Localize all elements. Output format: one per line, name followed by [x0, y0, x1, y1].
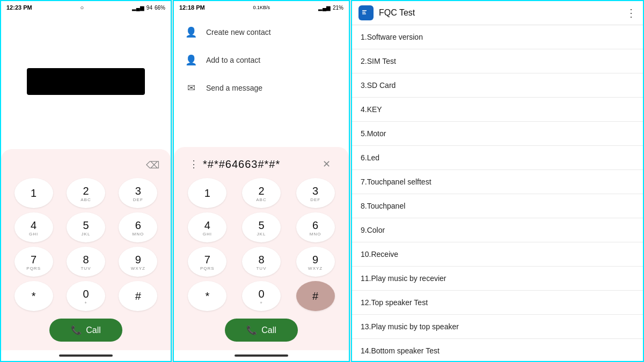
- fqc-list: 1.Software version2.SIM Test3.SD Card4.K…: [352, 25, 643, 361]
- key-btn-2[interactable]: 2ABC: [242, 178, 281, 208]
- dialer-top-1: [1, 14, 171, 149]
- create-contact-label: Create new contact: [206, 28, 271, 36]
- key-sub-9: WXYZ: [308, 266, 323, 271]
- key-btn-9[interactable]: 9WXYZ: [119, 247, 157, 277]
- fqc-item-10[interactable]: 10.Receive: [352, 242, 643, 267]
- key-btn-6[interactable]: 6MNO: [119, 212, 157, 242]
- fqc-item-7[interactable]: 7.Touchpanel selftest: [352, 170, 643, 194]
- dialer-bottom-1: ⌫ 12ABC3DEF4GHI5JKL6MNO7PQRS8TUV9WXYZ*0+…: [1, 149, 171, 350]
- delete-button-1[interactable]: ⌫: [145, 158, 160, 173]
- key-btn-1[interactable]: 1: [188, 178, 226, 208]
- keypad-1: 12ABC3DEF4GHI5JKL6MNO7PQRS8TUV9WXYZ*0+#: [10, 176, 162, 313]
- key-sub-6: MNO: [310, 232, 321, 237]
- home-indicator-2: [235, 354, 288, 357]
- key-main-6: 6: [135, 219, 141, 232]
- fqc-item-2[interactable]: 2.SIM Test: [352, 49, 643, 73]
- call-button-1[interactable]: 📞 Call: [49, 319, 122, 342]
- add-contact-label: Add to a contact: [206, 56, 260, 64]
- fqc-item-1[interactable]: 1.Software version: [352, 25, 643, 49]
- key-btn-4[interactable]: 4GHI: [188, 212, 226, 242]
- phone-panel-2: 12:18 PM 0.1KB/s ▂▄▆ 21% 👤 Create new co…: [173, 0, 350, 362]
- key-btn-8[interactable]: 8TUV: [242, 247, 281, 277]
- key-main-7: 7: [31, 253, 36, 266]
- key-main-8: 8: [258, 253, 264, 266]
- key-sub-7: PQRS: [200, 266, 215, 271]
- key-main-3: 3: [135, 184, 141, 197]
- dialer-code-display: *#*#64663#*#*: [203, 158, 314, 171]
- fqc-panel: FQC Test ⋮ 1.Software version2.SIM Test3…: [351, 0, 644, 362]
- fqc-more-icon[interactable]: ⋮: [626, 6, 636, 19]
- delete-button-2[interactable]: ✕: [319, 157, 334, 172]
- key-btn-3[interactable]: 3DEF: [119, 178, 157, 208]
- key-btn-0[interactable]: 0+: [67, 281, 105, 311]
- key-btn-9[interactable]: 9WXYZ: [296, 247, 335, 277]
- time-1: 12:23 PM: [6, 4, 32, 11]
- svg-rect-2: [362, 12, 365, 13]
- fqc-title: FQC Test: [379, 8, 620, 18]
- key-btn-6[interactable]: 6MNO: [296, 212, 335, 242]
- call-label-1: Call: [86, 326, 101, 335]
- key-sub-4: GHI: [29, 232, 38, 237]
- home-indicator-1: [59, 354, 113, 357]
- call-button-2[interactable]: 📞 Call: [225, 319, 298, 342]
- key-btn-4[interactable]: 4GHI: [14, 212, 53, 242]
- time-2: 12:18 PM: [179, 4, 205, 11]
- add-contact-item[interactable]: 👤 Add to a contact: [174, 46, 349, 74]
- send-message-icon: ✉: [185, 82, 197, 94]
- fqc-item-9[interactable]: 9.Color: [352, 218, 643, 242]
- fqc-item-12[interactable]: 12.Top speaker Test: [352, 291, 643, 315]
- key-btn-7[interactable]: 7PQRS: [14, 247, 53, 277]
- fqc-item-6[interactable]: 6.Led: [352, 146, 643, 170]
- signal-bars-2: ▂▄▆: [318, 5, 331, 11]
- key-btn-0[interactable]: 0+: [242, 281, 281, 311]
- key-main-2: 2: [83, 184, 89, 197]
- key-btn-#[interactable]: #: [119, 281, 157, 311]
- key-sub-6: MNO: [132, 232, 144, 237]
- key-sub-0: +: [260, 300, 263, 305]
- key-btn-3[interactable]: 3DEF: [296, 178, 335, 208]
- key-sub-7: PQRS: [26, 266, 41, 271]
- key-main-7: 7: [204, 253, 210, 266]
- key-sub-9: WXYZ: [131, 266, 145, 271]
- fqc-item-11[interactable]: 11.Play music by recevier: [352, 267, 643, 291]
- fqc-item-5[interactable]: 5.Motor: [352, 122, 643, 146]
- key-btn-2[interactable]: 2ABC: [67, 178, 105, 208]
- key-btn-7[interactable]: 7PQRS: [188, 247, 226, 277]
- key-main-0: 0: [258, 287, 264, 300]
- signal-2: 21%: [333, 5, 343, 11]
- status-icons-1: ▂▄▆ 94 66%: [132, 5, 165, 11]
- key-btn-5[interactable]: 5JKL: [67, 212, 105, 242]
- key-main-2: 2: [258, 184, 264, 197]
- key-btn-8[interactable]: 8TUV: [67, 247, 105, 277]
- key-btn-*[interactable]: *: [188, 281, 226, 311]
- fqc-item-3[interactable]: 3.SD Card: [352, 73, 643, 98]
- key-main-1: 1: [31, 187, 36, 200]
- fqc-item-14[interactable]: 14.Bottom speaker Test: [352, 339, 643, 361]
- data-speed-2: 0.1KB/s: [253, 5, 270, 10]
- svg-rect-1: [362, 10, 367, 11]
- create-contact-item[interactable]: 👤 Create new contact: [174, 18, 349, 46]
- key-btn-*[interactable]: *: [14, 281, 53, 311]
- fqc-item-8[interactable]: 8.Touchpanel: [352, 194, 643, 218]
- call-btn-row-2: 📞 Call: [182, 319, 340, 342]
- send-message-label: Send a message: [206, 84, 262, 92]
- fqc-item-13[interactable]: 13.Play music by top speaker: [352, 315, 643, 339]
- key-btn-#[interactable]: #: [296, 281, 335, 311]
- key-sub-4: GHI: [203, 232, 212, 237]
- add-contact-icon: 👤: [185, 54, 197, 67]
- send-message-item[interactable]: ✉ Send a message: [174, 74, 349, 102]
- key-btn-5[interactable]: 5JKL: [242, 212, 281, 242]
- battery-1: 66%: [155, 5, 165, 11]
- three-dots-icon[interactable]: ⋮: [189, 158, 199, 170]
- keypad-2: 12ABC3DEF4GHI5JKL6MNO7PQRS8TUV9WXYZ*0+#: [182, 176, 340, 313]
- fqc-item-4[interactable]: 4.KEY: [352, 98, 643, 122]
- fqc-icon-svg: [360, 6, 372, 19]
- key-main-1: 1: [204, 187, 210, 200]
- key-sub-8: TUV: [256, 266, 266, 271]
- key-sub-5: JKL: [82, 232, 91, 237]
- icons-2: ▂▄▆ 21%: [318, 5, 343, 11]
- key-main-*: *: [32, 290, 36, 302]
- key-btn-1[interactable]: 1: [14, 178, 53, 208]
- phone-icon-1: 📞: [71, 325, 82, 335]
- key-main-#: #: [312, 290, 318, 302]
